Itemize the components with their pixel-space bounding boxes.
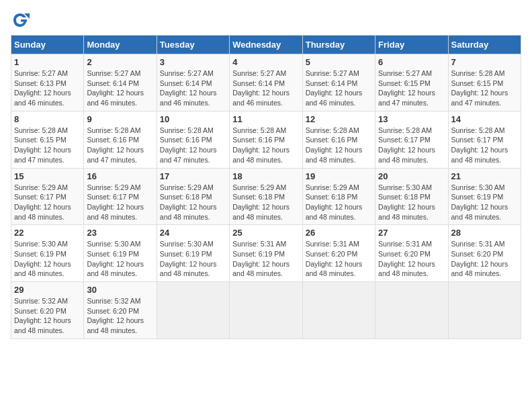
day-number: 11	[232, 114, 299, 124]
day-number: 6	[378, 57, 445, 67]
weekday-header: Sunday	[11, 36, 84, 54]
weekday-header-row: SundayMondayTuesdayWednesdayThursdayFrid…	[11, 36, 521, 54]
day-info: Sunrise: 5:28 AMSunset: 6:16 PMDaylight:…	[306, 126, 363, 164]
day-info: Sunrise: 5:28 AMSunset: 6:15 PMDaylight:…	[451, 69, 508, 107]
logo	[11, 11, 32, 30]
day-info: Sunrise: 5:31 AMSunset: 6:20 PMDaylight:…	[306, 240, 363, 277]
day-number: 10	[160, 114, 226, 124]
day-info: Sunrise: 5:30 AMSunset: 6:18 PMDaylight:…	[378, 183, 435, 221]
day-number: 30	[87, 285, 153, 295]
day-info: Sunrise: 5:27 AMSunset: 6:14 PMDaylight:…	[160, 69, 217, 107]
calendar-cell: 7Sunrise: 5:28 AMSunset: 6:15 PMDaylight…	[448, 54, 521, 111]
calendar-cell: 2Sunrise: 5:27 AMSunset: 6:14 PMDaylight…	[84, 54, 157, 111]
day-number: 3	[160, 57, 226, 67]
logo-icon	[11, 11, 30, 30]
day-info: Sunrise: 5:29 AMSunset: 6:18 PMDaylight:…	[160, 183, 217, 221]
day-info: Sunrise: 5:27 AMSunset: 6:14 PMDaylight:…	[232, 69, 290, 107]
calendar-table: SundayMondayTuesdayWednesdayThursdayFrid…	[11, 35, 521, 339]
day-info: Sunrise: 5:27 AMSunset: 6:14 PMDaylight:…	[87, 69, 144, 107]
day-number: 24	[160, 228, 226, 238]
day-number: 26	[306, 228, 372, 238]
calendar-cell: 13Sunrise: 5:28 AMSunset: 6:17 PMDayligh…	[375, 111, 448, 168]
calendar-week-row: 22Sunrise: 5:30 AMSunset: 6:19 PMDayligh…	[11, 225, 521, 282]
day-number: 18	[232, 171, 299, 181]
weekday-header: Monday	[84, 36, 157, 54]
calendar-cell: 9Sunrise: 5:28 AMSunset: 6:16 PMDaylight…	[84, 111, 157, 168]
day-number: 8	[14, 114, 81, 124]
day-info: Sunrise: 5:27 AMSunset: 6:15 PMDaylight:…	[378, 69, 435, 107]
calendar-cell: 10Sunrise: 5:28 AMSunset: 6:16 PMDayligh…	[157, 111, 229, 168]
day-number: 7	[451, 57, 518, 67]
day-info: Sunrise: 5:28 AMSunset: 6:17 PMDaylight:…	[378, 126, 435, 164]
day-info: Sunrise: 5:27 AMSunset: 6:14 PMDaylight:…	[306, 69, 363, 107]
calendar-cell: 4Sunrise: 5:27 AMSunset: 6:14 PMDaylight…	[230, 54, 302, 111]
day-number: 12	[306, 114, 372, 124]
day-number: 2	[87, 57, 153, 67]
calendar-cell	[230, 282, 302, 339]
day-number: 14	[451, 114, 518, 124]
day-info: Sunrise: 5:27 AMSunset: 6:13 PMDaylight:…	[14, 69, 71, 107]
day-number: 16	[87, 171, 153, 181]
calendar-cell: 3Sunrise: 5:27 AMSunset: 6:14 PMDaylight…	[157, 54, 229, 111]
day-info: Sunrise: 5:31 AMSunset: 6:19 PMDaylight:…	[232, 240, 290, 277]
day-info: Sunrise: 5:28 AMSunset: 6:16 PMDaylight:…	[87, 126, 144, 164]
calendar-cell	[157, 282, 229, 339]
day-number: 19	[306, 171, 372, 181]
calendar-cell	[448, 282, 521, 339]
calendar-cell: 28Sunrise: 5:31 AMSunset: 6:20 PMDayligh…	[448, 225, 521, 282]
calendar-cell: 29Sunrise: 5:32 AMSunset: 6:20 PMDayligh…	[11, 282, 84, 339]
day-number: 21	[451, 171, 518, 181]
calendar-cell: 22Sunrise: 5:30 AMSunset: 6:19 PMDayligh…	[11, 225, 84, 282]
day-info: Sunrise: 5:29 AMSunset: 6:17 PMDaylight:…	[87, 183, 144, 221]
calendar-cell: 27Sunrise: 5:31 AMSunset: 6:20 PMDayligh…	[375, 225, 448, 282]
calendar-cell: 11Sunrise: 5:28 AMSunset: 6:16 PMDayligh…	[230, 111, 302, 168]
day-info: Sunrise: 5:29 AMSunset: 6:18 PMDaylight:…	[232, 183, 290, 221]
day-number: 9	[87, 114, 153, 124]
day-info: Sunrise: 5:28 AMSunset: 6:16 PMDaylight:…	[232, 126, 290, 164]
day-info: Sunrise: 5:28 AMSunset: 6:16 PMDaylight:…	[160, 126, 217, 164]
page-header	[11, 11, 521, 30]
day-number: 15	[14, 171, 81, 181]
day-number: 22	[14, 228, 81, 238]
weekday-header: Friday	[375, 36, 448, 54]
day-info: Sunrise: 5:28 AMSunset: 6:15 PMDaylight:…	[14, 126, 71, 164]
calendar-cell: 24Sunrise: 5:30 AMSunset: 6:19 PMDayligh…	[157, 225, 229, 282]
day-number: 5	[306, 57, 372, 67]
day-info: Sunrise: 5:31 AMSunset: 6:20 PMDaylight:…	[378, 240, 435, 277]
day-number: 13	[378, 114, 445, 124]
day-number: 28	[451, 228, 518, 238]
calendar-cell: 12Sunrise: 5:28 AMSunset: 6:16 PMDayligh…	[302, 111, 375, 168]
day-info: Sunrise: 5:31 AMSunset: 6:20 PMDaylight:…	[451, 240, 508, 277]
calendar-cell: 14Sunrise: 5:28 AMSunset: 6:17 PMDayligh…	[448, 111, 521, 168]
day-info: Sunrise: 5:30 AMSunset: 6:19 PMDaylight:…	[451, 183, 508, 221]
calendar-cell: 5Sunrise: 5:27 AMSunset: 6:14 PMDaylight…	[302, 54, 375, 111]
calendar-cell: 26Sunrise: 5:31 AMSunset: 6:20 PMDayligh…	[302, 225, 375, 282]
calendar-cell: 19Sunrise: 5:29 AMSunset: 6:18 PMDayligh…	[302, 168, 375, 225]
day-info: Sunrise: 5:30 AMSunset: 6:19 PMDaylight:…	[160, 240, 217, 277]
day-number: 1	[14, 57, 81, 67]
calendar-cell: 17Sunrise: 5:29 AMSunset: 6:18 PMDayligh…	[157, 168, 229, 225]
calendar-cell: 21Sunrise: 5:30 AMSunset: 6:19 PMDayligh…	[448, 168, 521, 225]
calendar-cell: 30Sunrise: 5:32 AMSunset: 6:20 PMDayligh…	[84, 282, 157, 339]
calendar-week-row: 8Sunrise: 5:28 AMSunset: 6:15 PMDaylight…	[11, 111, 521, 168]
calendar-cell	[375, 282, 448, 339]
day-number: 4	[232, 57, 299, 67]
calendar-week-row: 29Sunrise: 5:32 AMSunset: 6:20 PMDayligh…	[11, 282, 521, 339]
calendar-cell: 8Sunrise: 5:28 AMSunset: 6:15 PMDaylight…	[11, 111, 84, 168]
calendar-cell: 15Sunrise: 5:29 AMSunset: 6:17 PMDayligh…	[11, 168, 84, 225]
day-number: 25	[232, 228, 299, 238]
calendar-cell: 1Sunrise: 5:27 AMSunset: 6:13 PMDaylight…	[11, 54, 84, 111]
calendar-cell: 23Sunrise: 5:30 AMSunset: 6:19 PMDayligh…	[84, 225, 157, 282]
calendar-cell: 25Sunrise: 5:31 AMSunset: 6:19 PMDayligh…	[230, 225, 302, 282]
day-info: Sunrise: 5:30 AMSunset: 6:19 PMDaylight:…	[87, 240, 144, 277]
calendar-cell: 18Sunrise: 5:29 AMSunset: 6:18 PMDayligh…	[230, 168, 302, 225]
calendar-week-row: 15Sunrise: 5:29 AMSunset: 6:17 PMDayligh…	[11, 168, 521, 225]
day-number: 17	[160, 171, 226, 181]
day-info: Sunrise: 5:29 AMSunset: 6:17 PMDaylight:…	[14, 183, 71, 221]
day-number: 20	[378, 171, 445, 181]
day-info: Sunrise: 5:29 AMSunset: 6:18 PMDaylight:…	[306, 183, 363, 221]
calendar-cell	[302, 282, 375, 339]
day-number: 27	[378, 228, 445, 238]
weekday-header: Wednesday	[230, 36, 302, 54]
day-number: 23	[87, 228, 153, 238]
